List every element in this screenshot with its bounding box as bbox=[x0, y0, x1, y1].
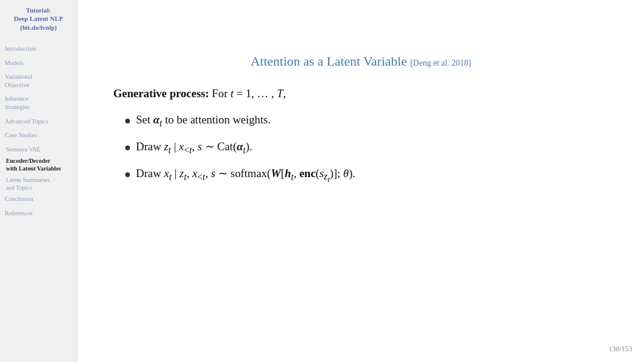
sidebar-item-advanced-topics[interactable]: Advanced Topics bbox=[5, 117, 72, 126]
main-content: Attention as a Latent Variable [Deng et … bbox=[78, 0, 644, 362]
slide-citation: [Deng et al. 2018] bbox=[410, 58, 471, 67]
generative-process-label: Generative process: For t = 1, … , T, bbox=[113, 87, 608, 100]
generative-bold: Generative process: bbox=[113, 87, 209, 100]
sidebar-item-conclusion[interactable]: Conclusion bbox=[5, 195, 72, 203]
bullet-2-text: Draw zt | x<t, s ∼ Cat(αt). bbox=[136, 140, 252, 156]
generative-for: For t = 1, … , T, bbox=[212, 87, 286, 100]
bullet-list: Set αt to be attention weights. Draw zt … bbox=[113, 113, 608, 185]
sidebar-item-references[interactable]: References bbox=[5, 209, 72, 218]
bullet-dot-1 bbox=[125, 119, 130, 123]
sidebar-item-inference-strategies[interactable]: InferenceStrategies bbox=[5, 95, 72, 111]
sidebar-title: Tutorial:Deep Latent NLP(bit.do/lvnlp) bbox=[5, 6, 72, 34]
sidebar-item-sentence-vae[interactable]: Sentence VAE bbox=[6, 146, 72, 153]
page-number: 138/153 bbox=[609, 345, 632, 354]
sidebar-item-introduction[interactable]: Introduction bbox=[5, 45, 72, 53]
bullet-3-text: Draw xt | zt, x<t, s ∼ softmax(W[ht, enc… bbox=[136, 166, 355, 185]
bullet-dot-3 bbox=[125, 172, 130, 177]
sidebar-item-case-studies[interactable]: Case Studies bbox=[5, 131, 72, 140]
sidebar-item-variational-objective[interactable]: VariationalObjective bbox=[5, 73, 72, 89]
list-item: Draw zt | x<t, s ∼ Cat(αt). bbox=[125, 140, 608, 156]
bullet-1-text: Set αt to be attention weights. bbox=[136, 113, 271, 129]
list-item: Draw xt | zt, x<t, s ∼ softmax(W[ht, enc… bbox=[125, 166, 608, 185]
sidebar-item-models[interactable]: Models bbox=[5, 59, 72, 67]
slide-title-text: Attention as a Latent Variable bbox=[250, 54, 407, 69]
sidebar: Tutorial:Deep Latent NLP(bit.do/lvnlp) I… bbox=[0, 0, 78, 362]
slide-title: Attention as a Latent Variable [Deng et … bbox=[113, 54, 608, 69]
list-item: Set αt to be attention weights. bbox=[125, 113, 608, 129]
bullet-dot-2 bbox=[125, 146, 130, 150]
sidebar-item-encoder-decoder[interactable]: Encoder/Decoderwith Latent Variables bbox=[6, 157, 72, 172]
sidebar-item-latent-summaries[interactable]: Latent Summariesand Topics bbox=[6, 176, 72, 191]
